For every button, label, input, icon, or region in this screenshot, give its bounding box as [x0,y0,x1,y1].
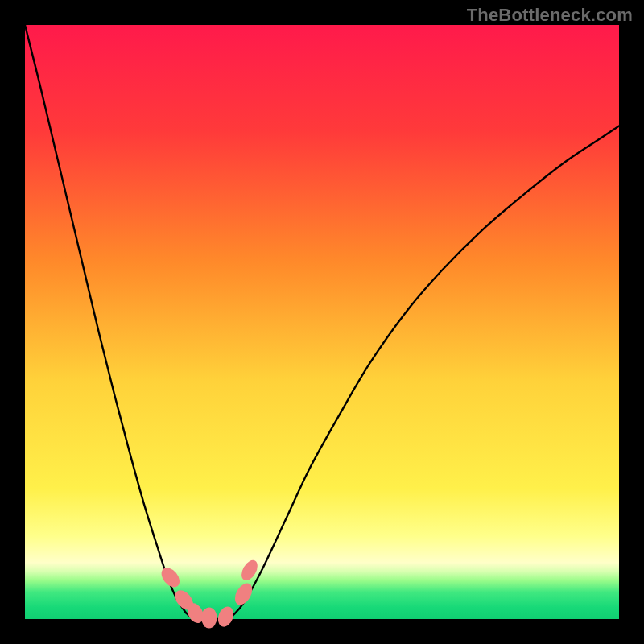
chart-root: TheBottleneck.com [0,0,644,644]
bottleneck-chart [0,0,644,644]
curve-marker [201,608,217,629]
plot-background [25,25,619,619]
